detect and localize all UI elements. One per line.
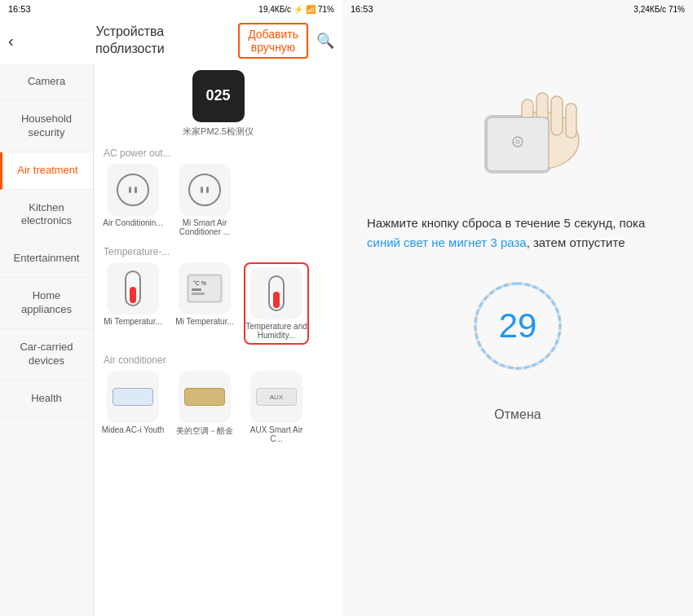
device-air-cond1[interactable]: Air Conditionin...: [100, 164, 166, 236]
outlet-slot-right: [135, 187, 137, 193]
device-icon-midea: [107, 371, 159, 423]
section-temperature: Temperature-...: [104, 246, 336, 257]
status-icons-left: 19,4КБ/с ⚡ 📶 71%: [258, 5, 334, 14]
air-conditioner-grid: Midea AC-i Youth 美的空调－酷金 AUX AUX Smart A…: [100, 371, 336, 443]
counter-number: 29: [499, 306, 537, 345]
thermometer-icon-small: [268, 275, 285, 311]
cancel-button[interactable]: Отмена: [470, 399, 565, 430]
top-device-label: 米家PM2.5检测仪: [183, 125, 254, 138]
device-label-aux: AUX Smart Air C...: [244, 425, 309, 443]
sidebar-item-kitchen-electronics[interactable]: Kitchen electronics: [0, 190, 93, 241]
sidebar-item-household-security[interactable]: Household security: [0, 101, 93, 152]
device-icon-mi-smart-ac: [179, 164, 231, 216]
counter-container: 29: [469, 277, 567, 375]
device-icon-mi-temp1: [107, 262, 159, 315]
svg-rect-11: [566, 103, 576, 138]
ac-gold-icon: [184, 388, 225, 406]
main-devices-list: 025 米家PM2.5检测仪 AC power out...: [94, 64, 342, 616]
right-panel: 16:53 3,24КБ/с 71%: [342, 0, 693, 616]
device-label-mi-temp2: Mi Temperatur...: [172, 317, 237, 326]
temperature-grid: Mi Temperatur... °C %: [100, 262, 336, 345]
device-mi-temp2[interactable]: °C % Mi Temperatur...: [172, 262, 237, 345]
device-midea[interactable]: Midea AC-i Youth: [100, 371, 166, 443]
wifi-icon: 📶: [306, 5, 316, 14]
device-icon-mi-temp2: °C %: [179, 262, 231, 315]
sidebar-item-home-appliances[interactable]: Home appliances: [0, 278, 93, 329]
battery-left: 71%: [318, 5, 334, 14]
sidebar: Camera Household security Air treatment …: [0, 64, 94, 616]
device-aux[interactable]: AUX AUX Smart Air C...: [244, 371, 309, 443]
battery-right: 71%: [669, 5, 685, 14]
device-icon-temp-humidity: [250, 267, 302, 319]
device-mi-temp1[interactable]: Mi Temperatur...: [100, 262, 166, 345]
content-left: Camera Household security Air treatment …: [0, 64, 342, 616]
section-air-conditioner: Air conditioner: [104, 354, 336, 366]
add-manual-button[interactable]: Добавить вручную: [238, 23, 308, 59]
outlet-slot-right-2: [206, 187, 209, 193]
instruction-before: Нажмите кнопку сброса в течение 5 секунд…: [367, 216, 645, 230]
time-left: 16:53: [8, 4, 31, 14]
device-label-temp-humidity: Temperature and Humidity...: [244, 322, 309, 340]
ac-power-grid: Air Conditionin... Mi Smart Air Conditio…: [100, 164, 336, 236]
svg-rect-3: [192, 293, 205, 295]
left-panel: 16:53 19,4КБ/с ⚡ 📶 71% ‹ Устройства побл…: [0, 0, 342, 616]
ac-aux-icon: AUX: [256, 388, 297, 406]
back-button[interactable]: ‹: [8, 32, 14, 51]
humidity-display-icon: °C %: [187, 274, 223, 303]
device-icon-aux: AUX: [250, 371, 302, 423]
right-content: Нажмите кнопку сброса в течение 5 секунд…: [342, 18, 693, 616]
search-button[interactable]: 🔍: [316, 32, 334, 50]
svg-rect-2: [192, 288, 201, 291]
time-right: 16:53: [351, 4, 373, 14]
instruction-text: Нажмите кнопку сброса в течение 5 секунд…: [367, 213, 669, 253]
svg-text:°C %: °C %: [193, 280, 206, 286]
outlet-icon: [117, 174, 149, 206]
status-bar-left: 16:53 19,4КБ/с ⚡ 📶 71%: [0, 0, 342, 18]
data-speed-right: 3,24КБ/с: [633, 5, 666, 14]
device-label-mi-temp1: Mi Temperatur...: [100, 317, 166, 326]
header-left: ‹ Устройства поблизости Добавить вручную…: [0, 18, 342, 64]
sidebar-item-car-carried[interactable]: Car-carried devices: [0, 329, 93, 381]
status-bar-right: 16:53 3,24КБ/с 71%: [342, 0, 693, 18]
device-illustration: [436, 34, 599, 197]
device-label-air-cond1: Air Conditionin...: [100, 218, 166, 227]
device-ac-gold[interactable]: 美的空调－酷金: [172, 371, 237, 443]
device-icon-ac-gold: [179, 371, 231, 423]
sidebar-item-health[interactable]: Health: [0, 381, 93, 418]
instruction-highlight: синий свет не мигнет 3 раза: [367, 235, 527, 249]
thermo-fill: [130, 287, 136, 303]
sidebar-item-camera[interactable]: Camera: [0, 64, 93, 101]
top-device-icon: 025: [192, 70, 245, 122]
top-device: 025 米家PM2.5检测仪: [100, 70, 336, 138]
thermometer-icon: [125, 271, 141, 306]
device-label-midea: Midea AC-i Youth: [100, 425, 166, 434]
device-mi-smart-ac[interactable]: Mi Smart Air Conditioner ...: [172, 164, 237, 236]
svg-point-14: [515, 139, 520, 144]
device-icon-air-cond1: [107, 164, 159, 216]
section-ac-power: AC power out...: [104, 147, 336, 159]
sidebar-item-entertainment[interactable]: Entertainment: [0, 240, 93, 278]
data-speed-left: 19,4КБ/с: [258, 5, 291, 14]
svg-rect-10: [551, 96, 563, 135]
outlet-icon-2: [188, 174, 221, 206]
ac-blue-icon: [113, 388, 153, 406]
thermo-fill-small: [273, 292, 280, 308]
status-icons-right: 3,24КБ/с 71%: [633, 5, 685, 14]
outlet-slot-left: [129, 187, 131, 193]
outlet-slot-left-2: [201, 187, 203, 193]
sidebar-item-air-treatment[interactable]: Air treatment: [0, 152, 93, 190]
instruction-after: , затем отпустите: [527, 235, 625, 249]
device-label-mi-smart-ac: Mi Smart Air Conditioner ...: [172, 218, 237, 236]
device-hand-svg: [436, 34, 599, 197]
bluetooth-icon: ⚡: [294, 5, 303, 14]
device-temp-humidity[interactable]: Temperature and Humidity...: [244, 262, 309, 345]
page-title: Устройства поблизости: [22, 24, 238, 58]
device-label-ac-gold: 美的空调－酷金: [172, 425, 237, 437]
